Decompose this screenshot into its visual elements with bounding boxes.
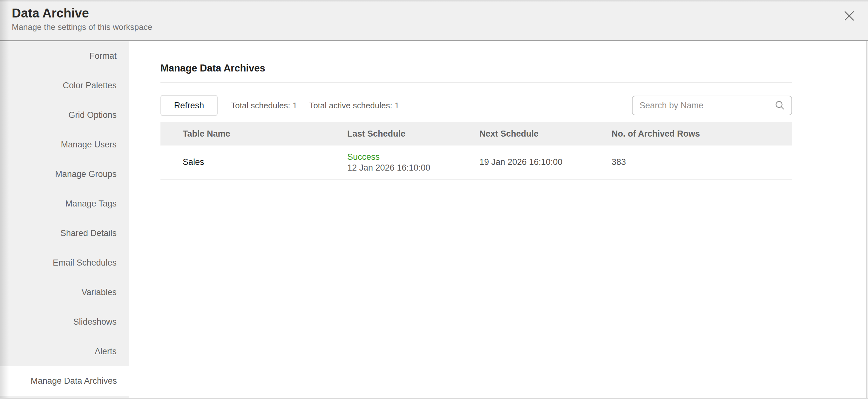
sidebar-item-email-schedules[interactable]: Email Schedules [0,248,129,278]
sidebar-item-label: Slideshows [73,317,117,327]
sidebar-item-shared-details[interactable]: Shared Details [0,219,129,248]
cell-last-schedule: Success 12 Jan 2026 16:10:00 [347,152,479,173]
heading-divider [160,82,792,83]
search-box [632,96,792,115]
last-schedule-time: 12 Jan 2026 16:10:00 [347,162,479,173]
section-heading: Manage Data Archives [160,62,792,74]
archives-table: Table Name Last Schedule Next Schedule N… [160,122,792,180]
column-header-last-schedule: Last Schedule [347,129,479,139]
sidebar-item-label: Email Schedules [53,258,117,268]
sidebar-item-label: Variables [81,287,117,297]
sidebar-item-label: Grid Options [68,110,117,120]
page-title: Data Archive [12,5,868,21]
status-badge: Success [347,152,479,162]
sidebar-item-label: Manage Tags [65,199,117,209]
refresh-button[interactable]: Refresh [160,95,218,116]
main-panel: Manage Data Archives Refresh Total sched… [129,41,866,399]
search-input[interactable] [632,96,792,115]
toolbar: Refresh Total schedules: 1 Total active … [160,95,792,116]
sidebar-item-variables[interactable]: Variables [0,278,129,307]
sidebar-item-format[interactable]: Format [0,41,129,71]
sidebar-item-label: Manage Groups [55,169,117,179]
sidebar-item-label: Shared Details [60,228,117,238]
sidebar-item-manage-tags[interactable]: Manage Tags [0,189,129,219]
data-archive-settings-dialog: Data Archive Manage the settings of this… [0,0,868,399]
close-icon [843,10,855,22]
dialog-header: Data Archive Manage the settings of this… [0,0,868,41]
column-header-next-schedule: Next Schedule [479,129,612,139]
sidebar-item-label: Manage Users [61,140,117,150]
column-header-archived-rows: No. of Archived Rows [612,129,792,139]
sidebar-item-color-palettes[interactable]: Color Palettes [0,71,129,100]
page-subtitle: Manage the settings of this workspace [12,22,868,32]
cell-table-name: Sales [160,157,347,167]
settings-sidebar: Format Color Palettes Grid Options Manag… [0,41,129,399]
sidebar-item-alerts[interactable]: Alerts [0,337,129,366]
cell-next-schedule: 19 Jan 2026 16:10:00 [479,157,612,167]
sidebar-item-label: Format [89,51,117,61]
sidebar-item-label: Alerts [95,346,117,357]
total-active-schedules-text: Total active schedules: 1 [309,101,399,111]
search-icon [775,100,785,111]
sidebar-item-label: Manage Data Archives [31,376,117,386]
sidebar-item-manage-users[interactable]: Manage Users [0,130,129,159]
total-schedules-text: Total schedules: 1 [231,101,297,111]
sidebar-item-slideshows[interactable]: Slideshows [0,307,129,337]
dialog-body: Format Color Palettes Grid Options Manag… [0,41,868,399]
close-button[interactable] [842,9,856,23]
sidebar-item-label: Color Palettes [63,81,117,91]
dialog-right-edge [866,41,868,399]
column-header-table-name: Table Name [160,129,347,139]
sidebar-item-manage-groups[interactable]: Manage Groups [0,159,129,189]
main-content: Manage Data Archives Refresh Total sched… [160,62,792,180]
sidebar-item-manage-data-archives[interactable]: Manage Data Archives [0,366,129,396]
sidebar-item-grid-options[interactable]: Grid Options [0,100,129,130]
table-row: Sales Success 12 Jan 2026 16:10:00 19 Ja… [160,146,792,180]
table-header-row: Table Name Last Schedule Next Schedule N… [160,122,792,146]
cell-archived-rows: 383 [612,157,792,167]
